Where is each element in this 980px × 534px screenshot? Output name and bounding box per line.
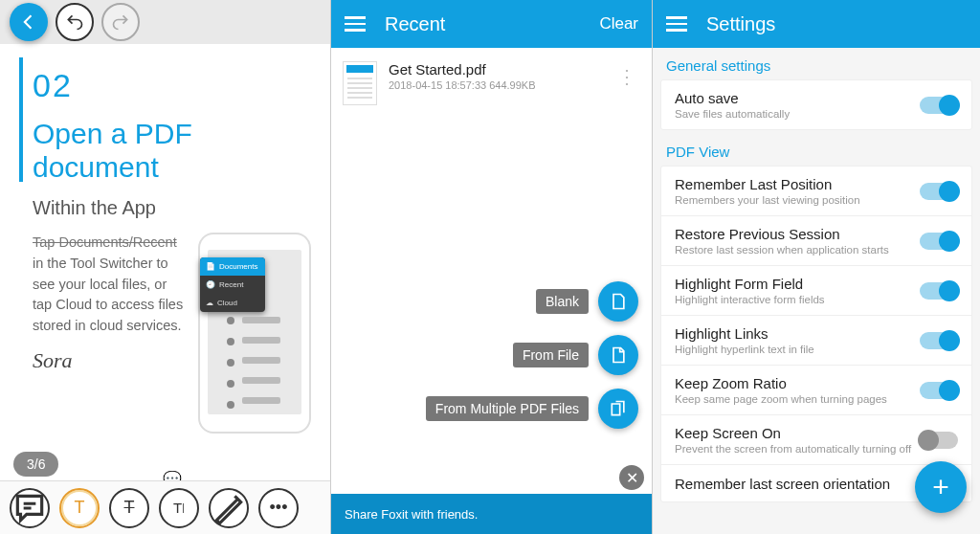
setting-highlight-links[interactable]: Highlight Links Highlight hyperlink text… — [661, 316, 971, 366]
page-number-heading: 02 — [33, 67, 311, 104]
draw-tool[interactable] — [209, 488, 249, 528]
setting-title: Keep Zoom Ratio — [675, 375, 920, 391]
recent-files-panel: Recent Clear Get Started.pdf 2018-04-15 … — [331, 0, 653, 534]
fab-blank-label: Blank — [536, 289, 589, 314]
share-text: Share Foxit with friends. — [345, 507, 478, 522]
phone-illustration: 📄Documents 🕘Recent ☁Cloud — [198, 233, 311, 434]
toggle-switch[interactable] — [920, 97, 958, 114]
menu-documents: Documents — [219, 262, 257, 271]
recent-header: Recent Clear — [331, 0, 652, 48]
toggle-switch[interactable] — [920, 282, 958, 300]
text-tool[interactable]: T| — [159, 488, 199, 528]
general-settings-group: Auto save Save files automatically — [660, 79, 972, 130]
toggle-switch[interactable] — [920, 382, 958, 399]
document-content: 02 Open a PDF document Within the App Ta… — [0, 44, 330, 434]
setting-title: Highlight Links — [675, 325, 920, 342]
file-name: Get Started.pdf — [389, 61, 602, 78]
toggle-switch[interactable] — [920, 332, 958, 349]
fab-blank-button[interactable] — [598, 281, 638, 322]
menu-cloud: Cloud — [217, 299, 237, 307]
setting-desc: Keep same page zoom when turning pages — [675, 393, 920, 405]
settings-body: General settings Auto save Save files au… — [653, 48, 980, 534]
setting-desc: Remembers your last viewing position — [675, 194, 920, 206]
fab-fromfile-button[interactable] — [598, 335, 638, 375]
create-fab-stack: Blank From File From Multiple PDF Files — [426, 281, 638, 429]
setting-keep-zoom[interactable]: Keep Zoom Ratio Keep same page zoom when… — [661, 366, 971, 415]
signature: Sora — [33, 345, 189, 376]
share-bar[interactable]: Share Foxit with friends. — [331, 494, 652, 534]
undo-button[interactable] — [56, 3, 94, 41]
section-pdfview-label: PDF View — [653, 134, 980, 166]
file-more-icon[interactable]: ⋮ — [613, 61, 640, 92]
setting-title: Restore Previous Session — [675, 226, 920, 242]
header-title: Recent — [385, 13, 599, 35]
comment-tool[interactable] — [10, 488, 50, 528]
toggle-switch[interactable] — [920, 432, 958, 449]
clear-button[interactable]: Clear — [599, 14, 638, 33]
setting-title: Auto save — [675, 90, 920, 106]
fab-add-button[interactable]: + — [915, 461, 967, 513]
setting-highlight-form[interactable]: Highlight Form Field Highlight interacti… — [661, 266, 971, 316]
toggle-switch[interactable] — [920, 233, 958, 250]
strikeout-tool[interactable]: T — [109, 488, 149, 528]
menu-icon[interactable] — [345, 16, 366, 32]
redo-button[interactable] — [101, 3, 140, 41]
settings-panel: Settings General settings Auto save Save… — [653, 0, 980, 534]
setting-desc: Highlight interactive form fields — [675, 294, 920, 305]
setting-title: Remember last screen orientation — [675, 476, 920, 492]
pdfview-settings-group: Remember Last Position Remembers your la… — [660, 166, 972, 502]
setting-auto-save[interactable]: Auto save Save files automatically — [661, 80, 971, 129]
menu-icon[interactable] — [666, 16, 687, 32]
setting-desc: Prevent the screen from automatically tu… — [675, 443, 920, 455]
setting-desc: Highlight hyperlink text in file — [675, 344, 920, 355]
menu-recent: Recent — [219, 280, 243, 289]
tool-switcher-popup: 📄Documents 🕘Recent ☁Cloud — [200, 257, 265, 312]
setting-keep-screen-on[interactable]: Keep Screen On Prevent the screen from a… — [661, 415, 971, 465]
header-title: Settings — [706, 13, 967, 35]
setting-title: Remember Last Position — [675, 176, 920, 192]
setting-desc: Save files automatically — [675, 108, 920, 120]
setting-remember-position[interactable]: Remember Last Position Remembers your la… — [661, 167, 971, 216]
file-meta: 2018-04-15 18:57:33 644.99KB — [389, 79, 602, 91]
highlight-tool[interactable]: T — [59, 488, 100, 528]
file-thumbnail — [343, 61, 377, 105]
page-title: Open a PDF document — [33, 118, 311, 184]
setting-desc: Restore last session when application st… — [675, 244, 920, 256]
file-list-item[interactable]: Get Started.pdf 2018-04-15 18:57:33 644.… — [331, 48, 652, 119]
annotation-toolbar: T T T| ••• — [0, 480, 330, 534]
document-viewer-panel: 02 Open a PDF document Within the App Ta… — [0, 0, 331, 534]
section-general-label: General settings — [653, 48, 980, 79]
setting-title: Keep Screen On — [675, 425, 920, 441]
toggle-switch[interactable] — [920, 183, 958, 200]
strikethrough-text: Tap Documents/Recent — [33, 234, 177, 250]
body-text: Tap Documents/Recent in the Tool Switche… — [33, 233, 189, 434]
body-paragraph: in the Tool Switcher to see your local f… — [33, 256, 183, 333]
back-button[interactable] — [10, 3, 48, 41]
page-subtitle: Within the App — [33, 197, 311, 219]
share-close-button[interactable]: ✕ — [619, 465, 644, 490]
setting-title: Highlight Form Field — [675, 276, 920, 292]
fab-multiple-label: From Multiple PDF Files — [426, 396, 589, 421]
more-tools[interactable]: ••• — [258, 488, 299, 528]
viewer-toolbar — [0, 0, 330, 44]
page-indicator[interactable]: 3/6 — [13, 452, 58, 477]
settings-header: Settings — [653, 0, 980, 48]
fab-multiple-button[interactable] — [598, 389, 638, 429]
fab-fromfile-label: From File — [513, 343, 589, 367]
setting-restore-session[interactable]: Restore Previous Session Restore last se… — [661, 216, 971, 266]
